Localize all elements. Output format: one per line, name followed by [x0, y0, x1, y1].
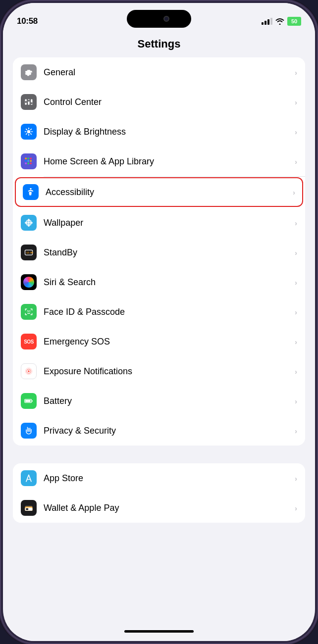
privacy-label: Privacy & Security — [44, 426, 291, 436]
faceid-chevron: › — [295, 308, 297, 316]
siri-icon — [21, 274, 37, 290]
display-icon — [21, 124, 37, 140]
svg-rect-21 — [25, 163, 27, 164]
appstore-icon — [21, 470, 37, 486]
svg-point-6 — [27, 130, 31, 134]
standby-display-icon: 12:00 — [24, 248, 34, 257]
battery-status-icon: 50 — [287, 17, 301, 26]
exposure-rings-icon — [24, 366, 34, 376]
settings-row-battery[interactable]: Battery › — [13, 386, 305, 416]
battery-settings-icon — [21, 393, 37, 409]
home-indicator — [124, 630, 194, 633]
screen: 10:58 — [3, 3, 315, 641]
svg-point-36 — [27, 310, 28, 311]
page-title: Settings — [138, 38, 181, 50]
svg-rect-4 — [28, 100, 29, 101]
settings-row-accessibility[interactable]: Accessibility › — [15, 177, 303, 207]
svg-rect-17 — [30, 158, 32, 159]
wallpaper-label: Wallpaper — [44, 218, 291, 228]
page-title-bar: Settings — [3, 32, 315, 57]
settings-row-siri[interactable]: Siri & Search › — [13, 267, 305, 297]
settings-row-display[interactable]: Display & Brightness › — [13, 117, 305, 147]
settings-row-emergency[interactable]: SOS Emergency SOS › — [13, 327, 305, 356]
svg-line-13 — [31, 129, 31, 130]
faceid-label: Face ID & Passcode — [44, 307, 291, 317]
svg-point-37 — [30, 310, 31, 311]
battery-settings-chevron: › — [295, 397, 297, 405]
accessibility-label: Accessibility — [46, 187, 289, 198]
settings-group-apps: App Store › Wallet & Apple Pay › — [13, 463, 305, 523]
emergency-label: Emergency SOS — [44, 337, 291, 347]
display-label: Display & Brightness — [44, 127, 291, 137]
privacy-chevron: › — [295, 427, 297, 435]
emergency-chevron: › — [295, 338, 297, 346]
general-icon — [21, 64, 37, 80]
wifi-icon — [275, 18, 284, 25]
svg-rect-18 — [25, 160, 27, 162]
sun-icon — [24, 127, 34, 137]
wallet-cards-icon — [24, 503, 34, 513]
settings-row-faceid[interactable]: Face ID & Passcode › — [13, 297, 305, 327]
control-center-label: Control Center — [44, 97, 291, 107]
flower-icon — [24, 218, 34, 228]
status-right: 50 — [262, 17, 301, 26]
signal-bar-2 — [265, 21, 266, 25]
wallet-chevron: › — [295, 504, 297, 512]
home-screen-icon — [21, 153, 37, 169]
home-screen-label: Home Screen & App Library — [44, 156, 291, 167]
svg-rect-19 — [28, 160, 29, 162]
appstore-chevron: › — [295, 474, 297, 483]
accessibility-icon — [23, 184, 39, 200]
svg-line-14 — [26, 134, 27, 135]
wallpaper-chevron: › — [295, 219, 297, 227]
settings-row-home-screen[interactable]: Home Screen & App Library › — [13, 147, 305, 176]
battery-settings-label: Battery — [44, 396, 291, 406]
display-chevron: › — [295, 128, 297, 136]
siri-sphere-icon — [23, 277, 34, 288]
dynamic-island — [127, 10, 191, 28]
svg-rect-23 — [30, 163, 32, 164]
settings-row-standby[interactable]: 12:00 StandBy › — [13, 238, 305, 267]
svg-rect-15 — [25, 158, 27, 159]
svg-rect-48 — [26, 508, 28, 510]
standby-icon: 12:00 — [21, 245, 37, 260]
svg-point-25 — [28, 222, 30, 224]
settings-row-general[interactable]: General › — [13, 57, 305, 87]
svg-point-24 — [30, 188, 31, 190]
settings-row-wallpaper[interactable]: Wallpaper › — [13, 208, 305, 238]
settings-row-appstore[interactable]: App Store › — [13, 463, 305, 493]
home-screen-chevron: › — [295, 157, 297, 166]
svg-rect-20 — [30, 160, 32, 162]
siri-chevron: › — [295, 278, 297, 287]
settings-row-control-center[interactable]: Control Center › — [13, 87, 305, 117]
battery-level: 50 — [291, 18, 297, 24]
status-bar: 10:58 — [3, 3, 315, 32]
island-camera — [163, 16, 169, 22]
svg-rect-16 — [28, 158, 29, 159]
gear-icon — [24, 67, 34, 77]
face-scan-icon — [24, 307, 34, 317]
scroll-content[interactable]: General › Cont — [3, 57, 315, 621]
svg-rect-5 — [31, 102, 32, 104]
privacy-icon — [21, 423, 37, 439]
emergency-icon: SOS — [21, 334, 37, 349]
svg-point-29 — [30, 222, 33, 224]
wallet-icon — [21, 500, 37, 516]
home-bar — [3, 621, 315, 641]
svg-rect-22 — [28, 163, 29, 164]
settings-group-main: General › Cont — [13, 57, 305, 446]
svg-rect-3 — [25, 101, 27, 102]
standby-chevron: › — [295, 248, 297, 257]
general-chevron: › — [295, 68, 297, 77]
settings-row-privacy[interactable]: Privacy & Security › — [13, 416, 305, 446]
svg-line-12 — [31, 134, 31, 135]
signal-bar-3 — [267, 19, 269, 25]
settings-row-exposure[interactable]: Exposure Notifications › — [13, 356, 305, 386]
settings-row-wallet[interactable]: Wallet & Apple Pay › — [13, 493, 305, 523]
signal-bar-4 — [270, 18, 272, 25]
svg-line-11 — [26, 129, 27, 130]
appstore-label: App Store — [44, 473, 291, 484]
standby-label: StandBy — [44, 248, 291, 258]
svg-text:12:00: 12:00 — [26, 251, 33, 254]
accessibility-chevron: › — [293, 188, 295, 197]
